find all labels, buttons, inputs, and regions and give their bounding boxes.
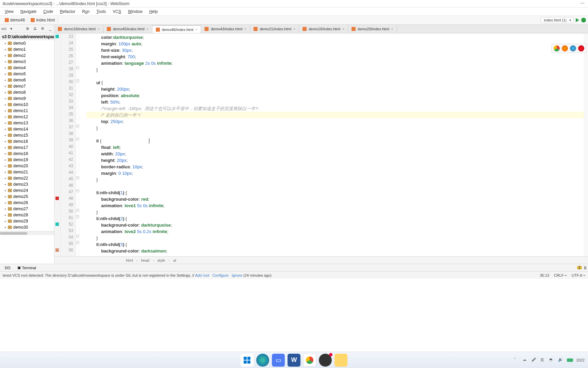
tree-folder-demo5[interactable]: ▸demo5 — [0, 71, 54, 77]
tree-folder-demo13[interactable]: ▸demo13 — [0, 120, 54, 126]
code-line-37[interactable]: } — [86, 125, 588, 131]
code-line-38[interactable] — [86, 131, 588, 138]
tree-folder-demo28[interactable]: ▸demo28 — [0, 212, 54, 218]
code-line-53[interactable]: animation: love2 5s 0.2s infinite; — [86, 228, 588, 235]
code-line-24[interactable]: margin: 100px auto; — [86, 41, 588, 47]
fold-marker[interactable]: − — [76, 177, 79, 179]
menu-view[interactable]: View — [1, 9, 17, 15]
tree-folder-demo22[interactable]: ▸demo22 — [0, 175, 54, 181]
code-line-50[interactable]: } — [86, 209, 588, 215]
gutter-color-swatch[interactable] — [55, 248, 59, 252]
code-line-49[interactable]: animation: love1 5s 0s infinite; — [86, 202, 588, 209]
fold-marker[interactable]: − — [76, 215, 79, 218]
tray-mic-icon[interactable]: 🎤 — [532, 357, 537, 363]
tree-folder-demo1[interactable]: ▸demo1 — [0, 46, 54, 52]
tree-folder-demo2[interactable]: ▸demo2 — [0, 52, 54, 59]
hide-icon[interactable]: ⎯ — [47, 26, 53, 31]
opera-icon[interactable] — [578, 45, 584, 51]
run-config-selector[interactable]: index.html (1) — [541, 17, 574, 23]
code-line-29[interactable] — [86, 73, 588, 79]
tree-folder-demo26[interactable]: ▸demo26 — [0, 200, 54, 206]
tree-folder-demo27[interactable]: ▸demo27 — [0, 206, 54, 212]
code-line-44[interactable]: margin: 0 10px; — [86, 170, 588, 177]
tray-onedrive-icon[interactable]: ☁ — [523, 357, 528, 363]
code-line-56[interactable]: background-color: darksalmon; — [86, 248, 588, 254]
code-line-40[interactable]: float: left; — [86, 144, 588, 151]
tree-folder-demo16[interactable]: ▸demo16 — [0, 138, 54, 144]
line-separator[interactable]: CRLF ÷ — [554, 273, 567, 277]
code-line-28[interactable]: } — [86, 66, 588, 73]
breadcrumb-file[interactable]: index.html — [28, 17, 58, 23]
code-line-31[interactable]: height: 200px; — [86, 86, 588, 92]
code-crumb-head[interactable]: head — [141, 258, 149, 262]
code-line-35[interactable]: /* 走的自己的一半 */ — [86, 112, 588, 118]
menu-vcs[interactable]: VCS — [109, 9, 125, 15]
tree-folder-demo18[interactable]: ▸demo18 — [0, 151, 54, 157]
code-line-45[interactable]: } — [86, 177, 588, 183]
chrome-taskbar-icon[interactable] — [303, 354, 316, 367]
code-line-26[interactable]: font-weight: 700; — [86, 53, 588, 60]
tab-demo19-index-html[interactable]: demo19/index.html× — [299, 25, 348, 33]
status-configure[interactable]: Configure — [212, 273, 229, 277]
tree-folder-demo19[interactable]: ▸demo19 — [0, 157, 54, 163]
code-line-23[interactable]: color:darkturquoise; — [86, 34, 588, 41]
tray-time[interactable]: 2022 — [576, 358, 585, 362]
close-icon[interactable]: × — [196, 28, 198, 31]
meet-icon[interactable]: ▭ — [272, 354, 285, 367]
menu-tools[interactable]: Tools — [93, 9, 109, 15]
code-line-25[interactable]: font-size: 30px; — [86, 47, 588, 53]
status-add-root[interactable]: Add root — [195, 273, 209, 277]
fold-marker[interactable]: − — [76, 241, 79, 244]
code-text[interactable]: color:darkturquoise; margin: 100px auto;… — [80, 33, 588, 256]
close-icon[interactable]: × — [342, 27, 344, 31]
obs-icon[interactable] — [319, 354, 332, 367]
safari-icon[interactable] — [570, 45, 576, 51]
fold-marker[interactable]: − — [76, 66, 79, 69]
tree-folder-demo9[interactable]: ▸demo9 — [0, 95, 54, 102]
fold-marker[interactable]: − — [76, 235, 79, 237]
code-line-46[interactable] — [86, 183, 588, 189]
tree-folder-demo24[interactable]: ▸demo24 — [0, 187, 54, 194]
error-strip[interactable] — [584, 33, 588, 256]
fold-marker[interactable]: − — [76, 209, 79, 212]
tree-folder-demo11[interactable]: ▸demo11 — [0, 108, 54, 114]
code-line-27[interactable]: animation: language 2s 0s infinite; — [86, 60, 588, 66]
tree-folder-demo4[interactable]: ▸demo4 — [0, 65, 54, 71]
menu-run[interactable]: Run — [79, 9, 93, 15]
tree-folder-demo3[interactable]: ▸demo3 — [0, 59, 54, 65]
word-icon[interactable]: W — [288, 354, 300, 367]
dropdown-icon[interactable]: ▾ — [9, 26, 14, 31]
code-line-52[interactable]: background-color: darkturquoise; — [86, 222, 588, 228]
event-badge[interactable]: 2 — [577, 266, 582, 270]
menu-code[interactable]: Code — [40, 9, 56, 15]
gutter-color-swatch[interactable] — [55, 223, 59, 226]
close-icon[interactable]: × — [293, 27, 295, 31]
start-icon[interactable] — [241, 354, 254, 367]
tab-demo18-index-html[interactable]: demo18/index.html× — [54, 25, 103, 33]
code-line-30[interactable]: ul { — [86, 79, 588, 86]
caret-position[interactable]: 35:13 — [540, 273, 549, 277]
code-line-41[interactable]: width: 20px; — [86, 151, 588, 157]
code-line-33[interactable]: left: 50%; — [86, 99, 588, 105]
edge-icon[interactable] — [256, 354, 269, 367]
chrome-icon[interactable] — [554, 45, 560, 51]
code-line-36[interactable]: top: 250px; — [86, 118, 588, 125]
gear-icon[interactable]: ✲ — [40, 26, 45, 31]
scrollbar-thumb[interactable] — [0, 232, 27, 235]
breadcrumb-folder[interactable]: demo46 — [2, 17, 28, 23]
tree-folder-demo12[interactable]: ▸demo12 — [0, 114, 54, 120]
target-icon[interactable]: ⊕ — [25, 26, 30, 31]
tray-wifi-icon[interactable]: ◓ — [549, 357, 555, 363]
tab-demo45-index-html[interactable]: demo45/index.html× — [103, 25, 152, 33]
tree-folder-demo25[interactable]: ▸demo25 — [0, 194, 54, 200]
tree-folder-demo14[interactable]: ▸demo14 — [0, 126, 54, 132]
fold-marker[interactable]: − — [76, 125, 79, 127]
code-crumb-style[interactable]: style — [158, 258, 165, 262]
close-icon[interactable]: × — [391, 27, 393, 31]
code-line-48[interactable]: background-color: red; — [86, 196, 588, 202]
code-line-32[interactable]: position: absolute; — [86, 92, 588, 99]
tab-demo46-index-html[interactable]: demo46/index.html× — [152, 25, 201, 33]
code-line-54[interactable]: } — [86, 235, 588, 241]
tree-folder-demo17[interactable]: ▸demo17 — [0, 144, 54, 151]
fold-marker[interactable]: − — [76, 79, 79, 82]
